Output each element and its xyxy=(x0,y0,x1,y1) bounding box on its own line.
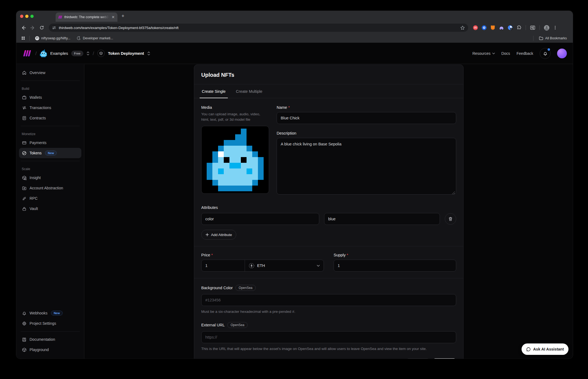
sidebar-item-contracts[interactable]: Contracts xyxy=(19,113,81,123)
name-input[interactable] xyxy=(277,112,456,124)
bookmarks-divider xyxy=(533,36,533,41)
bookmark-item-niftyswap[interactable]: niftyswap.gg/Nifty... xyxy=(33,36,72,40)
toolbar-divider xyxy=(539,25,540,30)
sidebar-item-vault[interactable]: Vault xyxy=(19,203,81,214)
sidebar-item-tokens[interactable]: Tokens New xyxy=(19,148,81,158)
opensea-badge: OpenSea xyxy=(227,322,248,328)
team-switcher[interactable]: Examples xyxy=(50,51,68,56)
media-label: Media xyxy=(201,105,269,110)
tab-create-single[interactable]: Create Single xyxy=(201,84,226,98)
thirdweb-logo[interactable] xyxy=(22,50,32,56)
chrome-menu-icon[interactable] xyxy=(552,25,558,31)
bookmarks-divider xyxy=(29,36,30,41)
create-tabs: Create Single Create Multiple xyxy=(194,84,463,98)
price-field-group: ETH xyxy=(201,260,324,272)
add-attribute-button[interactable]: Add Attribute xyxy=(201,230,236,240)
browser-profile-avatar[interactable] xyxy=(544,25,549,31)
new-tab-button[interactable]: + xyxy=(122,14,124,18)
notifications-button[interactable] xyxy=(540,48,551,59)
extensions-puzzle-icon[interactable] xyxy=(516,25,522,31)
bookmarks-bar: niftyswap.gg/Nifty... Developer marketi.… xyxy=(16,34,573,43)
insight-cube-icon xyxy=(22,176,27,180)
feedback-link[interactable]: Feedback xyxy=(517,51,533,56)
sidebar-item-playground[interactable]: Playground xyxy=(19,345,81,355)
attribute-name-input[interactable] xyxy=(201,213,319,225)
background-color-label: Background Color xyxy=(201,286,233,290)
media-help-text: You can upload image, audio, video, html… xyxy=(201,112,266,122)
extension-red-icon[interactable] xyxy=(472,25,478,31)
playground-cube-icon xyxy=(22,348,27,352)
contract-icon xyxy=(22,116,27,120)
tab-create-multiple[interactable]: Create Multiple xyxy=(235,84,263,98)
project-switcher[interactable]: Token Deployment xyxy=(108,51,144,56)
plus-icon xyxy=(206,233,209,236)
nft-image-blue-chick xyxy=(207,129,264,191)
sidebar-item-account-abstraction[interactable]: Account Abstraction xyxy=(19,183,81,193)
sidebar-item-webhooks[interactable]: Webhooks New xyxy=(19,308,81,318)
all-bookmarks-button[interactable]: All Bookmarks xyxy=(537,36,569,40)
credit-card-icon xyxy=(22,141,27,145)
attribute-value-input[interactable] xyxy=(324,213,440,225)
delete-attribute-button[interactable] xyxy=(445,213,456,225)
metamask-icon[interactable] xyxy=(490,25,496,31)
side-panel-search-icon[interactable] xyxy=(530,25,536,31)
docs-link[interactable]: Docs xyxy=(501,51,510,56)
sidebar-item-transactions[interactable]: Transactions xyxy=(19,103,81,113)
sidebar-item-overview[interactable]: Overview xyxy=(19,68,81,78)
resources-menu[interactable]: Resources xyxy=(472,51,495,56)
crescent-icon xyxy=(77,36,81,40)
background-color-input[interactable] xyxy=(201,294,456,306)
sidebar-item-rpc[interactable]: RPC xyxy=(19,193,81,203)
sidebar-item-project-settings[interactable]: Project Settings xyxy=(19,318,81,329)
team-select-chevrons-icon[interactable] xyxy=(87,51,90,56)
close-window-button[interactable] xyxy=(20,15,23,18)
upload-nfts-panel: Upload NFTs Create Single Create Multipl… xyxy=(194,65,464,359)
page-title: Upload NFTs xyxy=(201,72,456,78)
price-label: Price* xyxy=(201,253,324,257)
rpc-signal-icon xyxy=(22,196,27,201)
zoom-window-button[interactable] xyxy=(30,15,34,18)
notification-dot xyxy=(548,48,550,51)
app-header: / Examples Free / Token Deployment Reso xyxy=(16,43,573,64)
sidebar-item-payments[interactable]: Payments xyxy=(19,138,81,148)
trash-icon xyxy=(448,217,453,221)
extension-icons xyxy=(472,25,558,31)
minimize-window-button[interactable] xyxy=(25,15,28,18)
sidebar-item-insight[interactable]: Insight xyxy=(19,173,81,183)
bookmark-star-icon[interactable] xyxy=(460,26,465,30)
extension-blue-icon[interactable] xyxy=(481,25,487,31)
account-avatar[interactable] xyxy=(557,49,567,58)
next-button[interactable]: Next → xyxy=(433,358,456,359)
site-settings-icon[interactable] xyxy=(52,26,56,30)
price-input[interactable] xyxy=(202,260,245,271)
currency-select[interactable]: ETH xyxy=(245,260,324,271)
back-button[interactable]: ← Back xyxy=(406,358,430,359)
browser-tab[interactable]: thirdweb: The complete web3 ✕ xyxy=(56,12,117,22)
timer-extension-icon[interactable] xyxy=(507,25,513,31)
url-bar[interactable]: thirdweb.com/team/examples/Token-Deploym… xyxy=(49,24,468,32)
description-textarea[interactable]: A blue chick living on Base Sepolia xyxy=(277,138,456,195)
supply-label: Supply* xyxy=(334,253,456,257)
media-upload-preview[interactable] xyxy=(201,126,269,194)
attribute-row xyxy=(201,213,456,225)
phantom-icon[interactable] xyxy=(498,25,504,31)
forward-icon[interactable] xyxy=(29,24,36,31)
tab-close-icon[interactable]: ✕ xyxy=(111,15,115,19)
reload-icon[interactable] xyxy=(38,24,46,31)
supply-input[interactable] xyxy=(334,260,456,272)
eth-icon xyxy=(249,263,254,269)
tab-title: thirdweb: The complete web3 xyxy=(64,15,109,19)
back-icon[interactable] xyxy=(20,24,27,31)
project-icon xyxy=(97,50,105,57)
url-text[interactable]: thirdweb.com/team/examples/Token-Deploym… xyxy=(59,26,458,30)
apps-grid-icon[interactable] xyxy=(20,35,26,41)
sidebar-item-wallets[interactable]: Wallets xyxy=(19,92,81,103)
plan-badge: Free xyxy=(71,51,83,56)
lock-icon xyxy=(22,206,27,211)
project-select-chevrons-icon[interactable] xyxy=(147,51,150,56)
sidebar: Overview Build Wallets Transactions Cont… xyxy=(16,64,84,359)
external-url-input[interactable] xyxy=(201,331,456,343)
ask-ai-assistant-button[interactable]: Ask AI Assistant xyxy=(522,343,568,355)
sidebar-item-documentation[interactable]: Documentation xyxy=(19,334,81,345)
bookmark-item-developer-marketing[interactable]: Developer marketi... xyxy=(75,36,115,40)
